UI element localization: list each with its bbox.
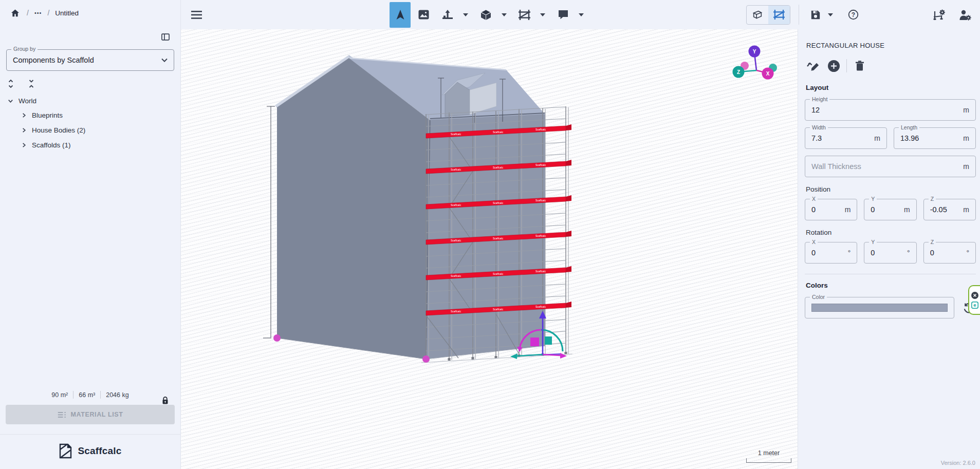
tree-item-blueprints[interactable]: Blueprints — [0, 108, 180, 123]
trash-icon — [855, 60, 865, 71]
comment-tool-button[interactable] — [552, 2, 574, 28]
collapse-all-button[interactable] — [25, 77, 38, 90]
scaffcalc-logo-icon — [59, 443, 72, 459]
wall-thickness-field[interactable]: m — [805, 156, 976, 177]
chevron-right-icon — [21, 127, 27, 134]
sidebar: / ••• / Untitled Group by Components by … — [0, 0, 181, 469]
rotation-x-input[interactable] — [811, 249, 845, 257]
selection-title: RECTANGULAR HOUSE — [805, 36, 976, 49]
chevron-right-icon — [21, 112, 27, 119]
caret-down-icon — [828, 13, 833, 16]
extension-e-icon[interactable]: e — [971, 302, 978, 309]
svg-text:?: ? — [851, 11, 855, 18]
wall-thickness-input[interactable] — [811, 162, 960, 171]
material-list-button[interactable]: MATERIAL LIST — [6, 405, 175, 424]
select-tool-button[interactable] — [390, 2, 411, 28]
browser-extension-widget[interactable]: e — [968, 285, 980, 315]
breadcrumb-ellipsis-button[interactable]: ••• — [34, 10, 42, 16]
box-tool-dropdown[interactable] — [499, 2, 509, 28]
collapse-sidebar-button[interactable] — [159, 31, 172, 43]
chevron-right-icon — [21, 142, 27, 148]
inspector-divider — [805, 274, 976, 274]
breadcrumb-separator: / — [47, 9, 49, 17]
box-tool-button[interactable] — [475, 2, 496, 28]
position-z-label: Z — [929, 196, 936, 202]
svg-text:Scaffcalc: Scaffcalc — [451, 133, 461, 136]
stats-divider — [73, 391, 73, 399]
user-settings-button[interactable] — [957, 6, 973, 24]
comment-tool-dropdown[interactable] — [576, 2, 586, 28]
gizmo-plane-handle-yz[interactable] — [545, 336, 552, 345]
height-input[interactable] — [811, 106, 960, 114]
add-button[interactable] — [826, 58, 841, 73]
position-x-field[interactable]: X m — [805, 199, 857, 220]
svg-text:Scaffcalc: Scaffcalc — [451, 239, 461, 242]
position-y-field[interactable]: Y m — [864, 199, 916, 220]
svg-text:Scaffcalc: Scaffcalc — [451, 203, 461, 207]
house-body-tool-button[interactable] — [437, 2, 458, 28]
length-input[interactable] — [900, 134, 960, 142]
caret-down-icon — [540, 13, 545, 16]
person-gear-icon — [959, 9, 971, 21]
menu-button[interactable] — [188, 7, 205, 23]
scaffold-tool-dropdown[interactable] — [538, 2, 548, 28]
orientation-gizmo[interactable]: Y Z X — [733, 46, 778, 80]
rotation-y-field[interactable]: Y ° — [864, 242, 916, 264]
scaffcalc-app: / ••• / Untitled Group by Components by … — [0, 0, 980, 469]
rotation-y-input[interactable] — [871, 249, 904, 257]
scaffold-settings-button[interactable] — [932, 6, 947, 24]
house-body-tool-dropdown[interactable] — [460, 2, 471, 28]
unfold-more-icon — [6, 79, 15, 88]
corner-handle[interactable] — [273, 334, 281, 342]
height-field[interactable]: Height m — [805, 99, 976, 121]
position-x-label: X — [810, 196, 818, 202]
svg-text:Scaffcalc: Scaffcalc — [451, 168, 461, 171]
position-z-field[interactable]: Z m — [923, 199, 976, 220]
color-swatch[interactable] — [811, 304, 948, 312]
rotation-z-field[interactable]: Z ° — [923, 242, 976, 264]
expand-all-button[interactable] — [4, 77, 17, 90]
group-by-select[interactable]: Group by Components by Scaffold — [6, 49, 174, 71]
length-field[interactable]: Length m — [894, 127, 976, 149]
svg-text:Scaffcalc: Scaffcalc — [535, 270, 546, 273]
delete-button[interactable] — [852, 58, 867, 73]
position-y-input[interactable] — [871, 205, 901, 214]
save-button[interactable] — [807, 5, 824, 25]
total-weight: 2046 kg — [106, 391, 128, 399]
viewport-canvas[interactable]: ScaffcalcScaffcalcScaffcalc ScaffcalcSca… — [181, 29, 798, 469]
corner-handle[interactable] — [422, 355, 430, 363]
home-button[interactable] — [9, 7, 21, 19]
tree-item-label: Blueprints — [32, 111, 63, 119]
total-volume: 66 m³ — [79, 391, 95, 399]
rotation-z-input[interactable] — [930, 249, 964, 257]
blueprint-image-tool-button[interactable] — [413, 2, 434, 28]
position-z-input[interactable] — [930, 205, 960, 214]
help-button[interactable]: ? — [843, 5, 863, 25]
position-x-unit: m — [845, 205, 851, 214]
axis-label-x: X — [766, 71, 770, 77]
edit-house-button[interactable] — [805, 58, 821, 73]
scale-bracket — [746, 458, 791, 463]
width-unit: m — [874, 134, 880, 142]
project-title[interactable]: Untitled — [55, 9, 79, 17]
tree-item-world[interactable]: World — [0, 93, 180, 108]
close-circle-icon[interactable] — [971, 292, 978, 299]
width-input[interactable] — [811, 134, 871, 142]
tree-item-house-bodies[interactable]: House Bodies (2) — [0, 123, 180, 138]
house-body[interactable] — [275, 55, 545, 359]
tree-item-scaffolds[interactable]: Scaffolds (1) — [0, 138, 180, 153]
help-icon: ? — [848, 9, 859, 20]
rotation-x-field[interactable]: X ° — [805, 242, 857, 264]
gizmo-plane-handle-xy[interactable] — [530, 337, 539, 346]
save-dropdown[interactable] — [825, 5, 836, 25]
scaffold-tool-button[interactable] — [514, 2, 535, 28]
view-scaffold-button[interactable] — [768, 6, 790, 24]
cursor-arrow-icon — [395, 9, 405, 21]
color-field[interactable]: Color — [805, 297, 954, 318]
position-x-input[interactable] — [811, 205, 842, 214]
view-3d-box-button[interactable] — [747, 6, 768, 24]
rotation-heading: Rotation — [806, 229, 976, 236]
svg-text:Scaffcalc: Scaffcalc — [493, 166, 504, 169]
width-field[interactable]: Width m — [805, 127, 887, 149]
scene-3d[interactable]: ScaffcalcScaffcalcScaffcalc ScaffcalcSca… — [181, 29, 798, 469]
